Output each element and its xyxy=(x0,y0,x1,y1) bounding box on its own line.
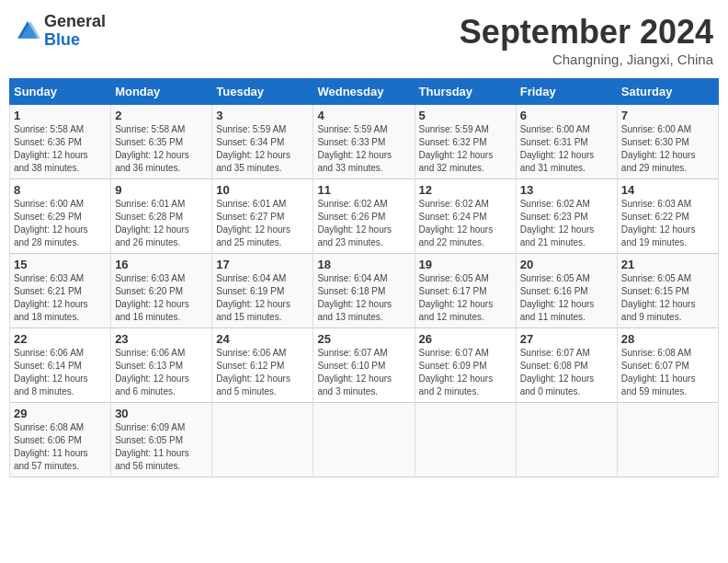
day-number: 30 xyxy=(115,407,208,420)
calendar-week-row: 1Sunrise: 5:58 AM Sunset: 6:36 PM Daylig… xyxy=(10,105,719,179)
table-row: 12Sunrise: 6:02 AM Sunset: 6:24 PM Dayli… xyxy=(415,179,516,254)
table-row: 4Sunrise: 5:59 AM Sunset: 6:33 PM Daylig… xyxy=(313,105,415,179)
day-info: Sunrise: 6:01 AM Sunset: 6:27 PM Dayligh… xyxy=(216,198,309,249)
day-info: Sunrise: 5:59 AM Sunset: 6:33 PM Dayligh… xyxy=(317,123,410,175)
table-row: 8Sunrise: 6:00 AM Sunset: 6:29 PM Daylig… xyxy=(10,179,111,254)
col-friday: Friday xyxy=(516,79,617,105)
table-row: 28Sunrise: 6:08 AM Sunset: 6:07 PM Dayli… xyxy=(617,328,718,403)
day-info: Sunrise: 6:02 AM Sunset: 6:23 PM Dayligh… xyxy=(520,198,613,249)
day-number: 2 xyxy=(115,109,208,122)
page-header: General Blue September 2024 Changning, J… xyxy=(9,9,719,71)
day-info: Sunrise: 6:06 AM Sunset: 6:14 PM Dayligh… xyxy=(14,347,107,398)
day-info: Sunrise: 6:00 AM Sunset: 6:29 PM Dayligh… xyxy=(14,198,107,249)
table-row: 15Sunrise: 6:03 AM Sunset: 6:21 PM Dayli… xyxy=(10,254,111,328)
day-info: Sunrise: 6:08 AM Sunset: 6:07 PM Dayligh… xyxy=(621,347,714,398)
table-row: 9Sunrise: 6:01 AM Sunset: 6:28 PM Daylig… xyxy=(111,179,212,254)
col-monday: Monday xyxy=(111,79,212,105)
day-number: 3 xyxy=(216,109,309,122)
day-number: 27 xyxy=(520,332,613,346)
day-number: 7 xyxy=(621,109,714,122)
logo-general: General xyxy=(44,13,106,31)
calendar-header-row: Sunday Monday Tuesday Wednesday Thursday… xyxy=(10,79,719,105)
day-number: 28 xyxy=(621,332,714,346)
table-row: 17Sunrise: 6:04 AM Sunset: 6:19 PM Dayli… xyxy=(212,254,313,328)
calendar-table: Sunday Monday Tuesday Wednesday Thursday… xyxy=(9,78,719,477)
day-number: 25 xyxy=(317,332,410,346)
table-row: 23Sunrise: 6:06 AM Sunset: 6:13 PM Dayli… xyxy=(111,328,212,403)
calendar-week-row: 8Sunrise: 6:00 AM Sunset: 6:29 PM Daylig… xyxy=(10,179,719,254)
table-row: 7Sunrise: 6:00 AM Sunset: 6:30 PM Daylig… xyxy=(617,105,718,179)
calendar-week-row: 22Sunrise: 6:06 AM Sunset: 6:14 PM Dayli… xyxy=(10,328,719,403)
day-number: 24 xyxy=(216,332,309,346)
day-number: 23 xyxy=(115,332,208,346)
table-row: 3Sunrise: 5:59 AM Sunset: 6:34 PM Daylig… xyxy=(212,105,313,179)
day-info: Sunrise: 6:06 AM Sunset: 6:13 PM Dayligh… xyxy=(115,347,208,398)
day-info: Sunrise: 6:05 AM Sunset: 6:17 PM Dayligh… xyxy=(419,272,512,324)
logo-icon xyxy=(15,18,40,44)
table-row: 26Sunrise: 6:07 AM Sunset: 6:09 PM Dayli… xyxy=(415,328,516,403)
day-info: Sunrise: 6:02 AM Sunset: 6:24 PM Dayligh… xyxy=(419,198,512,249)
calendar-week-row: 15Sunrise: 6:03 AM Sunset: 6:21 PM Dayli… xyxy=(10,254,719,328)
day-info: Sunrise: 5:58 AM Sunset: 6:36 PM Dayligh… xyxy=(14,123,107,175)
table-row xyxy=(313,403,415,477)
table-row: 6Sunrise: 6:00 AM Sunset: 6:31 PM Daylig… xyxy=(516,105,617,179)
day-number: 14 xyxy=(621,183,714,197)
table-row: 11Sunrise: 6:02 AM Sunset: 6:26 PM Dayli… xyxy=(313,179,415,254)
day-number: 6 xyxy=(520,109,613,122)
logo-text: General Blue xyxy=(44,13,106,50)
day-number: 29 xyxy=(14,407,107,420)
table-row: 1Sunrise: 5:58 AM Sunset: 6:36 PM Daylig… xyxy=(10,105,111,179)
table-row: 29Sunrise: 6:08 AM Sunset: 6:06 PM Dayli… xyxy=(10,403,111,477)
location: Changning, Jiangxi, China xyxy=(460,52,713,67)
col-wednesday: Wednesday xyxy=(313,79,415,105)
day-info: Sunrise: 6:02 AM Sunset: 6:26 PM Dayligh… xyxy=(317,198,410,249)
day-info: Sunrise: 5:58 AM Sunset: 6:35 PM Dayligh… xyxy=(115,123,208,175)
day-info: Sunrise: 6:00 AM Sunset: 6:30 PM Dayligh… xyxy=(621,123,714,175)
day-number: 16 xyxy=(115,258,208,271)
day-info: Sunrise: 6:06 AM Sunset: 6:12 PM Dayligh… xyxy=(216,347,309,398)
day-info: Sunrise: 6:07 AM Sunset: 6:10 PM Dayligh… xyxy=(317,347,410,398)
day-number: 19 xyxy=(419,258,512,271)
table-row xyxy=(617,403,718,477)
day-info: Sunrise: 6:09 AM Sunset: 6:05 PM Dayligh… xyxy=(115,421,208,473)
day-info: Sunrise: 6:03 AM Sunset: 6:22 PM Dayligh… xyxy=(621,198,714,249)
day-info: Sunrise: 6:07 AM Sunset: 6:09 PM Dayligh… xyxy=(419,347,512,398)
day-number: 20 xyxy=(520,258,613,271)
table-row: 22Sunrise: 6:06 AM Sunset: 6:14 PM Dayli… xyxy=(10,328,111,403)
day-number: 15 xyxy=(14,258,107,271)
day-number: 4 xyxy=(317,109,410,122)
table-row: 21Sunrise: 6:05 AM Sunset: 6:15 PM Dayli… xyxy=(617,254,718,328)
day-number: 12 xyxy=(419,183,512,197)
table-row: 19Sunrise: 6:05 AM Sunset: 6:17 PM Dayli… xyxy=(415,254,516,328)
day-info: Sunrise: 6:04 AM Sunset: 6:19 PM Dayligh… xyxy=(216,272,309,324)
title-block: September 2024 Changning, Jiangxi, China xyxy=(460,13,713,67)
day-number: 11 xyxy=(317,183,410,197)
day-number: 8 xyxy=(14,183,107,197)
table-row: 13Sunrise: 6:02 AM Sunset: 6:23 PM Dayli… xyxy=(516,179,617,254)
col-tuesday: Tuesday xyxy=(212,79,313,105)
logo-blue: Blue xyxy=(44,31,106,50)
table-row: 24Sunrise: 6:06 AM Sunset: 6:12 PM Dayli… xyxy=(212,328,313,403)
col-sunday: Sunday xyxy=(10,79,111,105)
col-thursday: Thursday xyxy=(415,79,516,105)
day-number: 9 xyxy=(115,183,208,197)
day-number: 18 xyxy=(317,258,410,271)
day-number: 13 xyxy=(520,183,613,197)
day-info: Sunrise: 5:59 AM Sunset: 6:34 PM Dayligh… xyxy=(216,123,309,175)
day-info: Sunrise: 6:01 AM Sunset: 6:28 PM Dayligh… xyxy=(115,198,208,249)
table-row: 16Sunrise: 6:03 AM Sunset: 6:20 PM Dayli… xyxy=(111,254,212,328)
day-number: 1 xyxy=(14,109,107,122)
day-info: Sunrise: 5:59 AM Sunset: 6:32 PM Dayligh… xyxy=(419,123,512,175)
table-row: 25Sunrise: 6:07 AM Sunset: 6:10 PM Dayli… xyxy=(313,328,415,403)
day-info: Sunrise: 6:07 AM Sunset: 6:08 PM Dayligh… xyxy=(520,347,613,398)
table-row: 27Sunrise: 6:07 AM Sunset: 6:08 PM Dayli… xyxy=(516,328,617,403)
day-info: Sunrise: 6:08 AM Sunset: 6:06 PM Dayligh… xyxy=(14,421,107,473)
col-saturday: Saturday xyxy=(617,79,718,105)
day-number: 26 xyxy=(419,332,512,346)
table-row xyxy=(415,403,516,477)
table-row: 10Sunrise: 6:01 AM Sunset: 6:27 PM Dayli… xyxy=(212,179,313,254)
day-number: 21 xyxy=(621,258,714,271)
day-info: Sunrise: 6:00 AM Sunset: 6:31 PM Dayligh… xyxy=(520,123,613,175)
day-number: 5 xyxy=(419,109,512,122)
day-info: Sunrise: 6:03 AM Sunset: 6:20 PM Dayligh… xyxy=(115,272,208,324)
